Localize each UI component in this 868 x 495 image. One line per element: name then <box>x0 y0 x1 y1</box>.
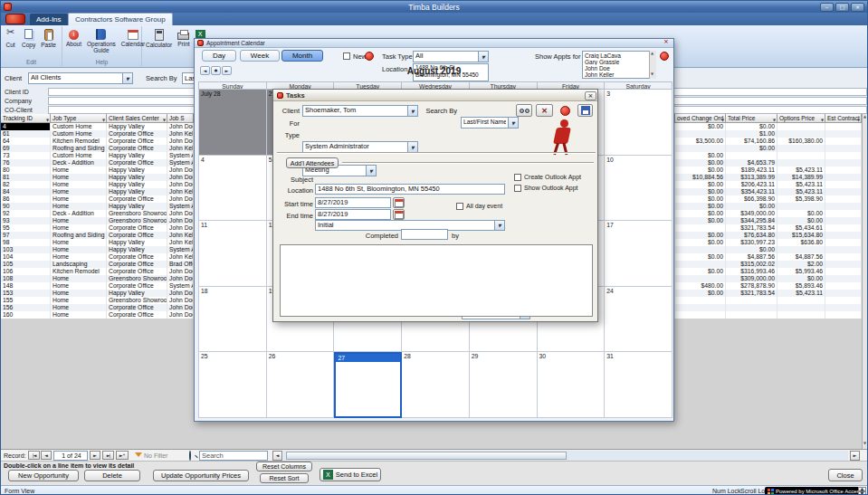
chevron-down-icon[interactable] <box>407 142 417 152</box>
maximize-button[interactable] <box>835 3 849 12</box>
no-filter-indicator[interactable]: No Filter <box>144 452 167 459</box>
cell-tracking-id: 81 <box>1 174 51 181</box>
search-by-combo[interactable]: Last/First Name <box>461 117 519 129</box>
calendar-day-cell[interactable]: 17 <box>605 221 672 287</box>
vertical-scrollbar[interactable] <box>862 114 868 449</box>
location-input[interactable]: 1488 No 6th St, Bloomington, MN 55450 <box>315 184 505 195</box>
calendar-day-cell[interactable]: 3 <box>605 90 672 156</box>
calendar-day-cell[interactable]: 10 <box>605 156 672 222</box>
hscroll-right-arrow[interactable] <box>850 451 860 461</box>
column-header-tracking-id[interactable]: Tracking ID <box>1 114 51 123</box>
office-button[interactable] <box>5 14 25 24</box>
column-header-job-type[interactable]: Job Type <box>51 114 107 123</box>
update-opportunity-prices-button[interactable]: Update Opportunity Prices <box>153 470 249 481</box>
view-day-button[interactable]: Day <box>202 50 236 62</box>
end-date-input[interactable]: 8/27/2019 <box>315 209 391 220</box>
cell-job-salesperson: John Keller <box>167 253 194 261</box>
close-button[interactable]: Close <box>828 469 863 481</box>
horizontal-scrollbar-thumb[interactable] <box>286 452 567 460</box>
task-type-combo[interactable]: All <box>413 51 489 62</box>
calendar-day-cell[interactable]: 11 <box>199 221 267 287</box>
scroll-up-icon[interactable] <box>651 52 653 55</box>
tab-contractors-software-group[interactable]: Contractors Software Group <box>68 13 173 25</box>
find-client-button[interactable] <box>516 104 532 117</box>
hscroll-left-arrow[interactable] <box>272 451 282 461</box>
minimize-button[interactable] <box>820 3 834 12</box>
chevron-down-icon[interactable] <box>366 166 376 176</box>
start-date-input[interactable]: 8/27/2019 <box>315 197 391 208</box>
appts-person-item[interactable]: Craig LaCava <box>583 52 648 59</box>
calendar-day-cell[interactable]: 28 <box>402 352 470 418</box>
calendar-day-cell[interactable]: 18 <box>199 287 267 353</box>
client-filter-combo[interactable]: All Clients <box>28 72 133 84</box>
calendar-day-cell[interactable]: 31 <box>605 352 672 418</box>
divider <box>342 162 594 164</box>
notes-textarea[interactable] <box>280 244 593 317</box>
operations-guide-button[interactable]: Operations Guide <box>85 28 118 54</box>
chevron-down-icon[interactable] <box>407 106 417 116</box>
chevron-down-icon[interactable] <box>494 221 504 230</box>
delete-task-button[interactable] <box>536 104 553 117</box>
view-month-button[interactable]: Month <box>281 50 323 62</box>
start-date-picker-button[interactable] <box>393 197 405 208</box>
create-outlook-appt-checkbox[interactable] <box>514 174 521 181</box>
new-opportunity-button[interactable]: New Opportunity <box>8 470 79 481</box>
addl-attendees-button[interactable]: Add'l Attendees <box>286 157 339 168</box>
calendar-day-cell[interactable]: 4 <box>199 156 267 222</box>
view-week-button[interactable]: Week <box>240 50 280 62</box>
chevron-down-icon[interactable] <box>122 73 132 83</box>
column-header-options-price[interactable]: Options Price <box>777 114 825 123</box>
cell-est-contract-date <box>825 282 862 290</box>
reset-sort-button[interactable]: Reset Sort <box>260 473 309 483</box>
calendar-day-cell[interactable]: 29 <box>470 352 538 418</box>
column-header-total-price[interactable]: Total Price <box>726 114 777 123</box>
delete-button[interactable]: Delete <box>84 470 140 481</box>
calendar-day-cell[interactable]: 26 <box>267 352 335 418</box>
paste-button[interactable]: Paste <box>39 28 58 49</box>
appts-person-item[interactable]: Gary Grassle <box>583 59 648 65</box>
previous-record-button[interactable] <box>41 451 52 460</box>
next-record-button[interactable] <box>90 451 100 460</box>
close-window-button[interactable] <box>851 3 864 12</box>
show-outlook-appt-checkbox[interactable] <box>514 185 521 192</box>
scroll-up-icon[interactable] <box>863 115 866 119</box>
calendar-day-cell[interactable]: 27 <box>334 352 402 418</box>
all-day-event-checkbox[interactable] <box>456 203 463 210</box>
client-combo[interactable]: Shoemaker, Tom <box>302 105 418 117</box>
close-calendar-icon[interactable] <box>661 39 672 47</box>
calendar-day-cell[interactable]: 24 <box>605 287 672 353</box>
about-button[interactable]: About <box>64 28 83 48</box>
new-appointment-checkbox[interactable] <box>343 52 350 60</box>
completed-input[interactable] <box>401 229 448 240</box>
first-record-button[interactable] <box>28 451 40 460</box>
column-header-approved-change-ord[interactable]: oved Change Ord <box>675 114 726 123</box>
chevron-down-icon[interactable] <box>508 118 518 128</box>
copy-button[interactable]: Copy <box>20 28 37 49</box>
calendar-day-cell[interactable]: 30 <box>538 352 606 418</box>
cut-button[interactable]: Cut <box>3 28 18 49</box>
print-button[interactable]: Print <box>176 28 191 48</box>
last-record-button[interactable] <box>102 451 114 460</box>
record-search-input[interactable]: Search <box>199 451 268 461</box>
calendar-day-cell[interactable]: July 28 <box>199 90 267 156</box>
reset-columns-button[interactable]: Reset Columns <box>256 462 312 471</box>
end-date-picker-button[interactable] <box>393 209 405 220</box>
calendar-day-cell[interactable]: 25 <box>199 352 267 418</box>
close-tasks-icon[interactable] <box>585 91 596 100</box>
cell-approved-change-ord: $0.00 <box>675 268 726 275</box>
column-header-est-contract-date[interactable]: Est Contract Date <box>825 114 862 123</box>
horizontal-scrollbar-track[interactable] <box>283 451 848 461</box>
scroll-down-icon[interactable] <box>863 442 866 445</box>
chevron-down-icon[interactable] <box>478 52 488 62</box>
calculator-button[interactable]: Calculator <box>144 28 174 49</box>
cell-approved-change-ord: $3,500.00 <box>675 138 726 145</box>
send-to-excel-button[interactable]: Send to Excel <box>320 468 381 481</box>
record-position[interactable]: 1 of 24 <box>53 451 88 461</box>
column-header-client-sales-center[interactable]: Client Sales Center <box>107 114 167 123</box>
status-scroll-down-icon[interactable] <box>858 491 866 495</box>
column-header-job-s[interactable]: Job S <box>167 114 194 123</box>
subject-label: Subject <box>281 176 313 184</box>
save-task-button[interactable] <box>577 104 593 117</box>
tab-add-ins[interactable]: Add-Ins <box>30 14 68 25</box>
new-record-button[interactable] <box>116 451 129 460</box>
